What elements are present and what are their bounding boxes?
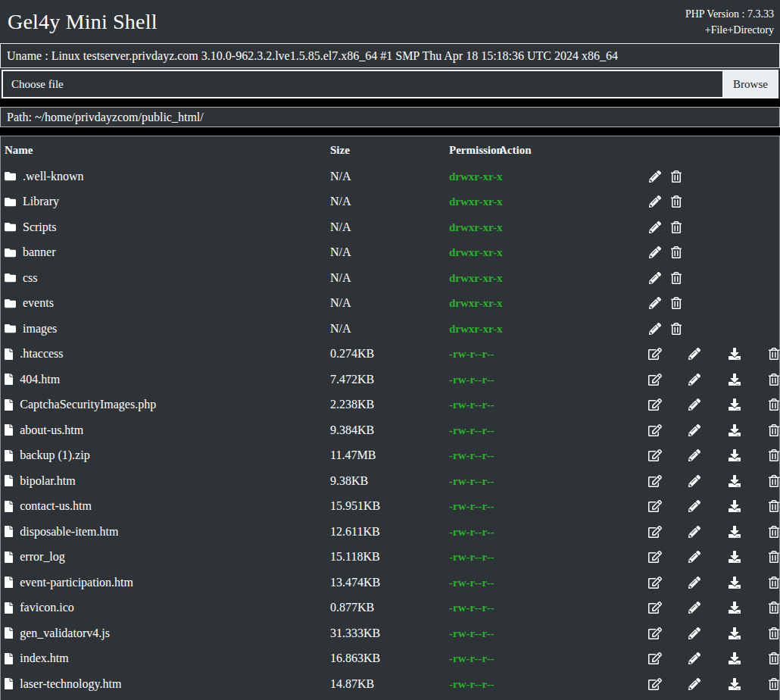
entry-name-link[interactable]: contact-us.htm [20,499,92,513]
browse-button[interactable]: Browse [722,71,777,97]
download-button[interactable] [729,602,769,614]
entry-name-link[interactable]: Scripts [23,220,56,234]
entry-name-link[interactable]: events [23,296,54,310]
entry-name-link[interactable]: images [23,322,57,336]
rename-button[interactable] [649,297,661,309]
delete-button[interactable] [769,526,780,538]
rename-button[interactable] [649,323,661,335]
download-button[interactable] [729,373,769,386]
edit-button[interactable] [648,424,688,436]
edit-button[interactable] [648,475,688,487]
download-button[interactable] [729,652,769,664]
rename-button[interactable] [649,170,661,183]
rename-button[interactable] [688,602,729,614]
entry-name-link[interactable]: bipolar.htm [20,474,75,488]
entry-name-link[interactable]: .well-known [23,170,83,183]
edit-button[interactable] [648,373,688,386]
edit-button[interactable] [648,526,688,538]
delete-button[interactable] [769,500,780,512]
download-button[interactable] [729,475,769,487]
edit-button[interactable] [648,602,688,614]
download-button[interactable] [729,526,769,538]
delete-button[interactable] [769,398,780,411]
delete-button[interactable] [671,246,682,258]
delete-button[interactable] [769,577,780,589]
entry-name-link[interactable]: 404.htm [20,373,60,386]
download-button[interactable] [729,577,769,589]
entry-name-link[interactable]: disposable-item.htm [20,525,118,539]
edit-button[interactable] [648,652,688,664]
delete-button[interactable] [671,323,682,335]
entry-name-link[interactable]: CaptchaSecurityImages.php [20,398,156,411]
delete-button[interactable] [671,221,682,233]
entry-permission: -rw-r--r-- [449,525,495,538]
rename-button[interactable] [688,373,729,386]
edit-button[interactable] [648,577,688,589]
delete-button[interactable] [769,373,780,386]
entry-name-link[interactable]: event-participation.htm [20,576,133,589]
entry-name-link[interactable]: gen_validatorv4.js [20,627,110,640]
entry-name-link[interactable]: index.htm [20,652,68,665]
edit-button[interactable] [648,449,688,461]
delete-button[interactable] [671,297,682,309]
edit-button[interactable] [648,398,688,411]
entry-name-link[interactable]: backup (1).zip [20,448,89,462]
edit-button[interactable] [648,627,688,639]
edit-button[interactable] [648,500,688,512]
rename-button[interactable] [688,475,729,487]
download-button[interactable] [729,424,769,436]
delete-button[interactable] [769,678,780,690]
rename-button[interactable] [688,500,729,512]
rename-button[interactable] [688,424,729,436]
rename-button[interactable] [688,526,729,538]
delete-button[interactable] [769,348,780,360]
delete-button[interactable] [769,652,780,664]
delete-button[interactable] [769,627,780,639]
download-button[interactable] [729,398,769,411]
rename-button[interactable] [688,627,729,639]
rename-button[interactable] [649,195,661,208]
rename-button[interactable] [649,272,661,284]
entry-name-link[interactable]: banner [23,245,56,259]
download-button[interactable] [729,449,769,461]
delete-button[interactable] [769,475,780,487]
entry-name-link[interactable]: Library [23,195,59,208]
edit-button[interactable] [648,551,688,563]
entry-name-link[interactable]: about-us.htm [20,423,83,437]
entry-name-link[interactable]: css [23,271,38,285]
add-file-link[interactable]: +File [705,24,728,36]
add-directory-link[interactable]: +Directory [727,24,774,36]
rename-button[interactable] [688,449,729,461]
rename-button[interactable] [688,577,729,589]
download-button[interactable] [729,348,769,360]
delete-button[interactable] [671,195,682,208]
download-button[interactable] [729,500,769,512]
delete-button[interactable] [769,449,780,461]
download-button[interactable] [729,678,769,690]
delete-button[interactable] [769,602,780,614]
download-button[interactable] [729,627,769,639]
rename-button[interactable] [688,398,729,411]
delete-button[interactable] [671,272,682,284]
edit-button[interactable] [648,678,688,690]
delete-button[interactable] [769,551,780,563]
entry-name-link[interactable]: .htaccess [20,347,63,361]
rename-button[interactable] [649,221,661,233]
entry-name-link[interactable]: laser-technology.htm [20,677,121,691]
uname-text: Uname : Linux testserver.privdayz.com 3.… [7,49,618,62]
entry-name-link[interactable]: error_log [20,550,65,564]
rename-button[interactable] [688,551,729,563]
delete-button[interactable] [769,424,780,436]
rename-button[interactable] [688,348,729,360]
edit-button[interactable] [648,348,688,360]
download-button[interactable] [729,551,769,563]
entry-name-link[interactable]: favicon.ico [20,601,74,614]
download-icon [729,526,741,538]
entry-permission: -rw-r--r-- [449,627,495,639]
rename-button[interactable] [688,652,729,664]
rename-button[interactable] [649,246,661,258]
delete-button[interactable] [671,170,682,183]
rename-button[interactable] [688,678,729,690]
pencil-icon [688,424,700,436]
file-input[interactable]: Choose file [3,71,722,97]
